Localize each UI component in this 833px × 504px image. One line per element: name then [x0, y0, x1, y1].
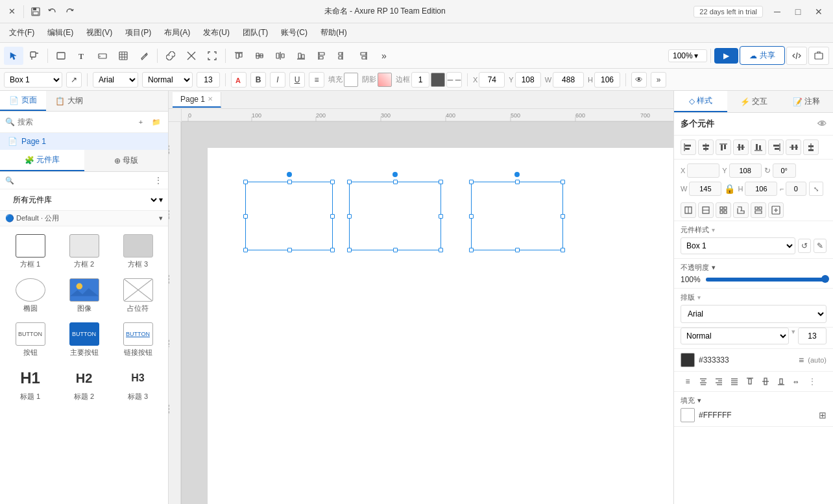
- menu-view[interactable]: 视图(V): [80, 25, 119, 41]
- selection-box-1[interactable]: [245, 182, 333, 250]
- handle-ml-3[interactable]: [469, 214, 474, 219]
- pages-search-input[interactable]: [18, 117, 132, 126]
- crop-tool-button[interactable]: [25, 47, 44, 65]
- y-input[interactable]: [515, 72, 541, 88]
- menu-account[interactable]: 账号(C): [274, 25, 314, 41]
- font-size-input-right[interactable]: [798, 328, 827, 344]
- handle-tr-1[interactable]: [330, 180, 335, 184]
- font-color-button[interactable]: A: [231, 72, 247, 88]
- align-left-button[interactable]: [681, 139, 696, 155]
- tab-components[interactable]: 🧩 元件库: [0, 150, 84, 171]
- font-family-select[interactable]: Arial: [93, 72, 138, 88]
- handle-bl-3[interactable]: [469, 248, 474, 252]
- transform-btn-6[interactable]: [768, 202, 784, 218]
- handle-mr-2[interactable]: [439, 214, 443, 219]
- handle-ml-1[interactable]: [243, 214, 248, 219]
- bold-button[interactable]: B: [250, 72, 266, 88]
- page-item-page1[interactable]: 📄 Page 1: [0, 133, 168, 150]
- comp-item-link-button[interactable]: BUTTON 链接按钮: [112, 318, 164, 361]
- handle-tl-3[interactable]: [469, 180, 474, 184]
- element-name-select[interactable]: Box 1: [4, 72, 62, 88]
- close-icon[interactable]: ✕: [5, 5, 18, 18]
- font-family-select-right[interactable]: Arial: [681, 305, 827, 323]
- visibility-toggle[interactable]: 👁: [817, 119, 827, 129]
- tab-interact[interactable]: ⚡ 交互: [727, 91, 780, 112]
- table-tool-button[interactable]: [114, 47, 133, 65]
- y-coord-input[interactable]: [729, 163, 762, 178]
- handle-tc-2[interactable]: [393, 180, 398, 184]
- h-input[interactable]: [594, 72, 620, 88]
- shadow-color-swatch[interactable]: [378, 73, 392, 87]
- tab-pages[interactable]: 📄 页面: [0, 91, 46, 111]
- tab-masters[interactable]: ⊕ 母版: [84, 150, 169, 171]
- handle-tl-2[interactable]: [347, 180, 352, 184]
- style-edit-button[interactable]: ✎: [814, 239, 827, 253]
- align-top-r-button[interactable]: [716, 139, 731, 155]
- fill-grid-icon[interactable]: ⊞: [819, 410, 827, 420]
- handle-tl-1[interactable]: [243, 180, 248, 184]
- slice-tool-button[interactable]: [182, 47, 201, 65]
- comp-menu-button[interactable]: ⋮: [154, 175, 163, 186]
- rotate-handle-3[interactable]: [514, 172, 520, 177]
- code-button[interactable]: [786, 47, 807, 65]
- library-select[interactable]: 所有元件库: [5, 192, 159, 208]
- menu-file[interactable]: 文件(F): [3, 25, 41, 41]
- fit-tool-button[interactable]: [202, 47, 222, 65]
- selection-box-3[interactable]: [471, 182, 563, 250]
- text-color-swatch[interactable]: [681, 353, 695, 367]
- close-window-button[interactable]: ✕: [810, 3, 828, 21]
- style-refresh-button[interactable]: ↺: [798, 239, 811, 253]
- handle-tr-2[interactable]: [439, 180, 443, 184]
- align-middle-button[interactable]: [250, 47, 269, 65]
- align-center-text-button[interactable]: [696, 374, 710, 389]
- transform-btn-4[interactable]: [733, 202, 749, 218]
- menu-help[interactable]: 帮助(H): [314, 25, 354, 41]
- italic-button[interactable]: I: [270, 72, 285, 88]
- element-type-button[interactable]: ↗: [66, 72, 82, 88]
- zoom-selector[interactable]: 100% ▾: [668, 49, 707, 62]
- w-size-input[interactable]: [689, 182, 721, 196]
- share-button[interactable]: ☁ 共享: [740, 46, 785, 65]
- font-weight-select-right[interactable]: Normal: [681, 328, 789, 344]
- handle-bl-2[interactable]: [347, 248, 352, 252]
- handle-mr-1[interactable]: [330, 214, 335, 219]
- handle-tc-3[interactable]: [515, 180, 520, 184]
- x-input[interactable]: [479, 72, 505, 88]
- text-align-icon[interactable]: ≡: [799, 355, 804, 365]
- align-row-button[interactable]: [333, 47, 352, 65]
- distribute-h-button[interactable]: [786, 139, 801, 155]
- list-button[interactable]: ≡: [309, 72, 324, 88]
- handle-br-1[interactable]: [330, 248, 335, 252]
- canvas-page-tab-1[interactable]: Page 1 ✕: [173, 92, 221, 108]
- comp-search-input[interactable]: [17, 176, 151, 185]
- fit-button[interactable]: ⤡: [809, 182, 823, 196]
- select-tool-button[interactable]: [4, 47, 23, 65]
- tab-outline[interactable]: 📋 大纲: [46, 91, 92, 111]
- border-style-button[interactable]: ─ ─: [446, 72, 462, 88]
- underline-button[interactable]: U: [289, 72, 305, 88]
- menu-edit[interactable]: 编辑(E): [41, 25, 80, 41]
- lock-aspect-button[interactable]: 🔒: [724, 184, 735, 194]
- canvas-content[interactable]: [182, 122, 673, 504]
- w-input[interactable]: [553, 72, 584, 88]
- handle-bc-3[interactable]: [515, 248, 520, 252]
- minimize-button[interactable]: ─: [768, 3, 786, 21]
- export-button[interactable]: [808, 47, 829, 65]
- transform-btn-2[interactable]: [698, 202, 714, 218]
- align-center-h-button[interactable]: [698, 139, 714, 155]
- align-left-text-button[interactable]: ≡: [681, 374, 695, 389]
- element-style-select[interactable]: Box 1: [681, 237, 795, 254]
- comp-item-ellipse[interactable]: 椭圆: [4, 274, 56, 317]
- menu-team[interactable]: 团队(T): [236, 25, 274, 41]
- border-color-swatch[interactable]: [431, 73, 445, 87]
- align-right-r-button[interactable]: [768, 139, 784, 155]
- redo-icon[interactable]: [63, 5, 76, 18]
- handle-br-3[interactable]: [561, 248, 565, 252]
- handle-bl-1[interactable]: [243, 248, 248, 252]
- comp-item-box3[interactable]: 方框 3: [112, 230, 164, 273]
- align-bottom-r-button[interactable]: [751, 139, 766, 155]
- align-top-text-button[interactable]: [743, 374, 757, 389]
- align-right-button[interactable]: [354, 47, 373, 65]
- comp-item-placeholder[interactable]: 占位符: [112, 274, 164, 317]
- rotate-handle-1[interactable]: [287, 172, 292, 177]
